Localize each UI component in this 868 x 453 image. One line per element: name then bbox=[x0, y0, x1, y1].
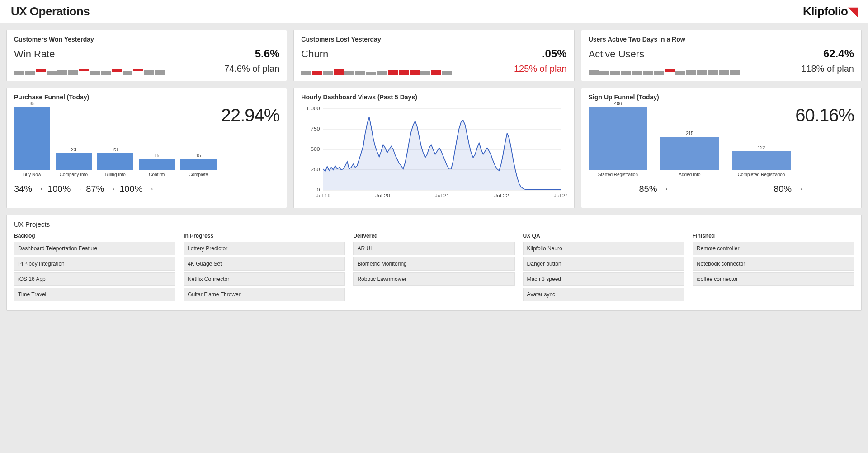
bar-category-label: Added Info bbox=[679, 172, 700, 177]
purchase-funnel-big-value: 22.94% bbox=[221, 105, 280, 126]
kanban-item[interactable]: Netflix Connector bbox=[184, 272, 345, 286]
kanban-item[interactable]: Mach 3 speed bbox=[523, 272, 684, 286]
spark-bar bbox=[686, 70, 696, 75]
kanban-item[interactable]: Time Travel bbox=[14, 288, 175, 301]
purchase-funnel-steps: 34%→100%→87%→100%→ bbox=[14, 184, 279, 194]
kpi-card-won[interactable]: Customers Won Yesterday Win Rate 5.6% 74… bbox=[6, 30, 287, 81]
spark-bar bbox=[79, 69, 89, 71]
spark-bar bbox=[36, 69, 46, 72]
arrow-right-icon: → bbox=[146, 184, 154, 194]
svg-text:Jul 22: Jul 22 bbox=[495, 193, 509, 198]
spark-bar bbox=[621, 71, 631, 75]
kpi-plan: 118% of plan bbox=[801, 64, 854, 74]
bar-value-label: 406 bbox=[614, 101, 622, 106]
spark-bar bbox=[323, 71, 333, 75]
sparkline-won bbox=[14, 63, 165, 75]
kpi-plan: 125% of plan bbox=[514, 64, 567, 74]
kanban-column: UX QAKlipfolio NeuroDanger buttonMach 3 … bbox=[523, 233, 684, 303]
bar-value-label: 23 bbox=[113, 147, 118, 152]
kpi-card-active[interactable]: Users Active Two Days in a Row Active Us… bbox=[581, 30, 862, 81]
kanban-item[interactable]: Notebook connector bbox=[693, 257, 854, 271]
funnel-bar bbox=[97, 153, 133, 170]
kpi-metric-label: Win Rate bbox=[14, 48, 55, 60]
kpi-value: 62.4% bbox=[823, 47, 854, 60]
kanban-item[interactable]: Klipfolio Neuro bbox=[523, 242, 684, 255]
card-title: Purchase Funnel (Today) bbox=[14, 93, 279, 101]
spark-bar bbox=[708, 70, 718, 75]
funnel-step: 100%→ bbox=[119, 184, 154, 194]
kanban-column-title: Backlog bbox=[14, 233, 175, 239]
arrow-right-icon: → bbox=[36, 184, 44, 194]
arrow-right-icon: → bbox=[661, 184, 669, 194]
bar-category-label: Company Info bbox=[60, 172, 88, 177]
kanban-item[interactable]: 4K Guage Set bbox=[184, 257, 345, 271]
purchase-funnel-card[interactable]: Purchase Funnel (Today) 85Buy Now23Compa… bbox=[6, 88, 287, 208]
spark-bar bbox=[355, 71, 365, 75]
charts-row: Purchase Funnel (Today) 85Buy Now23Compa… bbox=[6, 88, 862, 208]
kanban-item[interactable]: Biometric Monitoring bbox=[353, 257, 514, 271]
spark-bar bbox=[431, 70, 441, 75]
kanban-item[interactable]: icoffee connector bbox=[693, 272, 854, 286]
kpi-value: .05% bbox=[542, 47, 567, 60]
arrow-right-icon: → bbox=[108, 184, 116, 194]
kanban-item[interactable]: Remote controller bbox=[693, 242, 854, 255]
svg-text:Jul 19: Jul 19 bbox=[316, 193, 331, 198]
kanban-item[interactable]: Danger button bbox=[523, 257, 684, 271]
spark-bar bbox=[90, 71, 100, 75]
signup-funnel-card[interactable]: Sign Up Funnel (Today) 406Started Regist… bbox=[581, 88, 862, 208]
kpi-card-lost[interactable]: Customers Lost Yesterday Churn .05% 125%… bbox=[293, 30, 574, 81]
funnel-step: 34%→ bbox=[14, 184, 44, 194]
funnel-column: 215Added Info bbox=[660, 131, 719, 177]
signup-funnel-big-value: 60.16% bbox=[795, 105, 854, 126]
ux-projects-card[interactable]: UX Projects BacklogDashboard Teleportati… bbox=[6, 215, 862, 311]
hourly-views-card[interactable]: Hourly Dashboard Views (Past 5 Days) 025… bbox=[293, 88, 574, 208]
spark-bar bbox=[599, 71, 609, 75]
kpi-metric-label: Churn bbox=[301, 48, 328, 60]
funnel-column: 15Confirm bbox=[139, 153, 175, 177]
kanban-column-title: Delivered bbox=[353, 233, 514, 239]
kanban-item[interactable]: Guitar Flame Thrower bbox=[184, 288, 345, 301]
arrow-right-icon: → bbox=[74, 184, 82, 194]
spark-bar bbox=[377, 71, 387, 75]
spark-bar bbox=[366, 72, 376, 75]
brand-accent-icon: ◥ bbox=[849, 5, 858, 18]
spark-bar bbox=[589, 70, 599, 75]
svg-text:750: 750 bbox=[311, 126, 320, 131]
kpi-metric-label: Active Users bbox=[589, 48, 644, 60]
svg-text:1,000: 1,000 bbox=[306, 106, 320, 111]
kpi-title: Customers Lost Yesterday bbox=[301, 36, 566, 43]
spark-bar bbox=[388, 70, 398, 75]
kpi-plan: 74.6% of plan bbox=[224, 64, 279, 74]
svg-text:0: 0 bbox=[317, 187, 320, 192]
funnel-step: 80%→ bbox=[774, 184, 803, 194]
kanban-item[interactable]: AR UI bbox=[353, 242, 514, 255]
kpi-row: Customers Won Yesterday Win Rate 5.6% 74… bbox=[6, 30, 862, 81]
funnel-bar bbox=[139, 159, 175, 170]
hourly-views-chart: 02505007501,000Jul 19Jul 20Jul 21Jul 22J… bbox=[301, 105, 566, 200]
funnel-bar bbox=[56, 153, 92, 170]
spark-bar bbox=[442, 71, 452, 75]
kanban-item[interactable]: iOS 16 App bbox=[14, 272, 175, 286]
bar-value-label: 215 bbox=[686, 131, 693, 136]
kpi-value: 5.6% bbox=[255, 47, 280, 60]
bar-category-label: Confirm bbox=[149, 172, 165, 177]
funnel-column: 23Company Info bbox=[56, 147, 92, 177]
kanban-item[interactable]: Lottery Predictor bbox=[184, 242, 345, 255]
svg-text:Jul 21: Jul 21 bbox=[435, 193, 450, 198]
bar-category-label: Started Registration bbox=[598, 172, 638, 177]
funnel-step-pct: 80% bbox=[774, 184, 792, 194]
kanban-item[interactable]: Dashboard Teleportation Feature bbox=[14, 242, 175, 255]
kanban-column: FinishedRemote controllerNotebook connec… bbox=[693, 233, 854, 303]
kanban-item[interactable]: Robotic Lawnmower bbox=[353, 272, 514, 286]
kanban-item[interactable]: PIP-boy Integration bbox=[14, 257, 175, 271]
projects-title: UX Projects bbox=[14, 220, 854, 228]
kanban-item[interactable]: Avatar sync bbox=[523, 288, 684, 301]
spark-bar bbox=[399, 70, 409, 75]
bar-value-label: 122 bbox=[758, 145, 765, 150]
spark-bar bbox=[665, 69, 675, 72]
spark-bar bbox=[675, 71, 685, 75]
signup-funnel-bars: 406Started Registration215Added Info122C… bbox=[589, 105, 791, 177]
spark-bar bbox=[25, 71, 35, 75]
spark-bar bbox=[334, 69, 344, 75]
spark-bar bbox=[14, 71, 24, 75]
